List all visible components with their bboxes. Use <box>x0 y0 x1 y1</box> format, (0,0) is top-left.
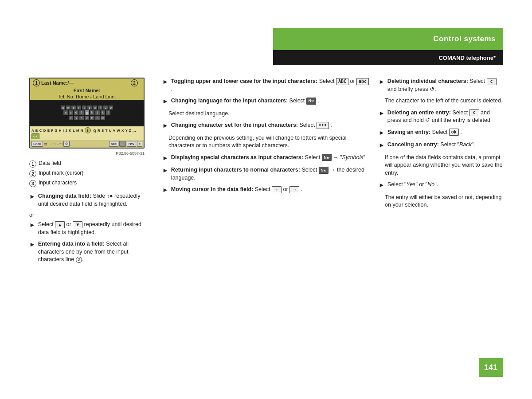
bullet-special-chars: ► Displaying special characters as input… <box>162 154 370 163</box>
down-btn: ▼ <box>73 221 82 228</box>
bullet-text-r4: Canceling an entry: Select "Back". <box>387 141 475 149</box>
nw-btn-1: N𝑤 <box>306 98 316 105</box>
device-screenshot: 1 Last Name:/— 2 First Name: Tel. No. Ho… <box>29 78 145 149</box>
bullet-toggling: ► Toggling upper and lower case for the … <box>162 78 370 93</box>
bullet-text-r1: Deleting individual characters: Select c… <box>387 78 503 93</box>
caption-3: 3 Input characters <box>29 180 149 187</box>
right-column: ► Deleting individual characters: Select… <box>379 78 503 355</box>
c-btn-2: c <box>469 109 479 116</box>
bullet-arrow-r2: ► <box>379 109 385 118</box>
sub-text-language: Select desired language. <box>168 110 230 117</box>
bullet-arrow-m4: ► <box>162 154 168 163</box>
bullet-arrow-r3: ► <box>379 129 385 137</box>
caption-text-1: Data field <box>39 160 61 166</box>
left-column: 1 Last Name:/— 2 First Name: Tel. No. Ho… <box>29 78 158 355</box>
bullet-text-m2: Changing language for the input characte… <box>171 97 319 105</box>
abc-lower-btn: abc <box>356 78 369 85</box>
header-sub-bar: COMAND telephone* <box>273 50 503 65</box>
sub-text-cancel: If one of the data fields contains data,… <box>385 154 502 176</box>
sub-text-yesno: The entry will either be saved or not, d… <box>385 194 501 208</box>
or-text: or <box>29 212 149 218</box>
bullet-arrow-m3: ► <box>162 121 168 130</box>
header-title: Control systems <box>433 35 496 43</box>
middle-column: ► Toggling upper and lower case for the … <box>158 78 379 355</box>
bullet-arrow-r5: ► <box>379 181 385 190</box>
page-number: 141 <box>479 358 503 377</box>
sub-text-delete: The character to the left of the cursor … <box>385 98 502 104</box>
bullet-text-r5: Select "Yes" or "No". <box>387 181 438 189</box>
image-reference: P82.86-5057-31 <box>29 151 145 156</box>
device-alpha-row: A B C D E F G H I J K L M N 3 Q R S T U … <box>30 126 144 140</box>
bullet-text-1: Changing data field: Slide ↕● re­peatedl… <box>38 192 149 208</box>
device-first-name-row: First Name: <box>30 87 144 94</box>
bullet-yes-no: ► Select "Yes" or "No". <box>379 181 503 190</box>
bullet-changing-data: ► Changing data field: Slide ↕● re­peate… <box>29 192 149 208</box>
nw-btn-2: N𝑤 <box>322 154 332 161</box>
bullet-arrow-3: ► <box>29 240 35 249</box>
bullet-arrow-m6: ► <box>162 186 168 195</box>
bullet-arrow-r4: ► <box>379 141 385 150</box>
bullet-text-m6: Moving cursor in the data field: Select … <box>171 186 302 194</box>
main-content: 1 Last Name:/— 2 First Name: Tel. No. Ho… <box>29 78 503 355</box>
bullet-text-m4: Displaying special characters as input c… <box>171 154 367 162</box>
dots-btn: ••• <box>317 122 329 129</box>
bullet-save-entry: ► Saving an entry: Select ok . <box>379 129 503 137</box>
bullet-arrow-m5: ► <box>162 166 168 175</box>
right-arrow-btn: → <box>289 186 299 193</box>
sub-text-charset: Depending on the previous setting, you w… <box>168 135 347 149</box>
up-btn: ▲ <box>55 221 65 228</box>
sub-charset: Depending on the previous setting, you w… <box>168 134 370 150</box>
bullet-cancel-entry: ► Canceling an entry: Select "Back". <box>379 141 503 150</box>
caption-2: 2 Input mark (cursor) <box>29 170 149 177</box>
bullet-select-arrows: ► Select ▲ or ▼ repeatedly until de­sire… <box>29 221 149 236</box>
bullet-text-3: Entering data into a field: Select all c… <box>38 240 149 264</box>
captions-area: 1 Data field 2 Input mark (cursor) 3 Inp… <box>29 160 149 187</box>
bullet-cursor: ► Moving cursor in the data field: Selec… <box>162 186 370 195</box>
bullet-text-r2: Deleting an entire entry: Select c and p… <box>387 109 503 125</box>
bullet-charset: ► Changing character set for the input c… <box>162 121 370 130</box>
c-btn-1: c <box>487 78 497 85</box>
device-last-name-row: 1 Last Name:/— 2 <box>30 78 144 87</box>
bullet-delete-entry: ► Deleting an entire entry: Select c and… <box>379 109 503 125</box>
bullet-arrow-1: ► <box>29 192 35 201</box>
bullet-language: ► Changing language for the input charac… <box>162 97 370 106</box>
caption-text-2: Input mark (cursor) <box>39 170 83 176</box>
circle-1: 1 <box>33 79 40 86</box>
caption-text-3: Input characters <box>39 180 77 186</box>
bullet-text-m5: Returning input characters to normal cha… <box>171 166 370 182</box>
sub-delete-char: The character to the left of the cursor … <box>385 97 503 105</box>
caption-num-1: 1 <box>29 160 36 168</box>
bullet-arrow-r1: ► <box>379 78 385 86</box>
device-tel-row: Tel. No. Home - Land Line: <box>30 94 144 100</box>
bullet-arrow-m2: ► <box>162 97 168 106</box>
bullet-text-2: Select ▲ or ▼ repeatedly until de­sired … <box>38 221 149 236</box>
bullet-text-m3: Changing character set for the input cha… <box>171 121 332 129</box>
header-subtitle: COMAND telephone* <box>438 55 496 61</box>
bullet-text-m1: Toggling upper and lower case for the in… <box>171 78 370 93</box>
nw-btn-3: N𝑤 <box>319 167 329 174</box>
bullet-arrow-m1: ► <box>162 78 168 86</box>
header-green-bar: Control systems <box>273 28 503 50</box>
bullet-text-r3: Saving an entry: Select ok . <box>387 129 462 137</box>
bullet-entering-data: ► Entering data into a field: Select all… <box>29 240 149 264</box>
circle-ref-3: 3 <box>76 257 82 263</box>
ok-btn: ok <box>449 129 459 136</box>
circle-2: 2 <box>131 79 138 86</box>
caption-1: 1 Data field <box>29 160 149 168</box>
device-back-row: Back @ . , : ? - " ! © abc ··· NW c <box>30 140 144 148</box>
sub-cancel: If one of the data fields contains data,… <box>385 154 503 177</box>
caption-num-2: 2 <box>29 170 36 177</box>
left-arrow-btn: ← <box>272 186 282 193</box>
bullet-return-chars: ► Returning input characters to normal c… <box>162 166 370 182</box>
left-bullets: ► Changing data field: Slide ↕● re­peate… <box>29 192 149 264</box>
abc-btn: ABC <box>336 78 348 85</box>
bullet-delete-char: ► Deleting individual characters: Select… <box>379 78 503 93</box>
last-name-label: Last Name:/— <box>41 80 74 86</box>
device-keyboard-area: qwertyuiop asdfghjkl zxcvbnm <box>30 100 144 126</box>
sub-language: Select desired language. <box>168 110 370 118</box>
sub-yes-no: The entry will either be saved or not, d… <box>385 194 503 209</box>
bullet-arrow-2: ► <box>29 221 35 230</box>
caption-num-3: 3 <box>29 180 36 187</box>
